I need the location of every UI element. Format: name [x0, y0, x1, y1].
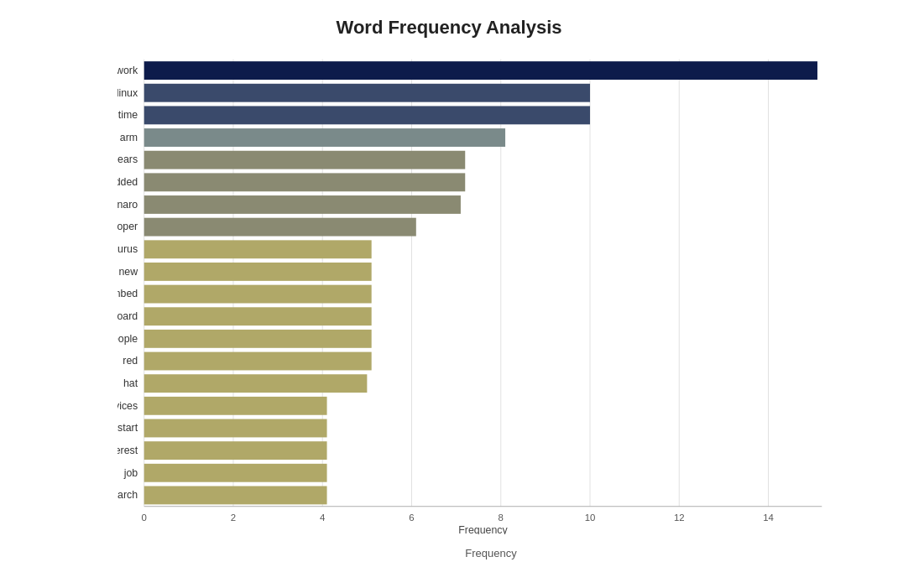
- x-tick-label: 12: [674, 513, 685, 523]
- bar: [144, 195, 461, 214]
- bar-label: start: [117, 422, 138, 434]
- bar: [144, 352, 372, 371]
- bar: [144, 330, 372, 348]
- x-tick-label: 14: [763, 513, 774, 523]
- x-tick-label: 8: [499, 513, 504, 523]
- x-tick-label: 0: [142, 513, 147, 523]
- bar: [144, 106, 590, 124]
- bar-label: job: [123, 467, 138, 479]
- bar: [144, 240, 372, 258]
- bar-label: red: [123, 355, 138, 367]
- bar: [144, 84, 590, 102]
- bar: [144, 419, 327, 438]
- bar: [144, 486, 327, 504]
- bar: [144, 218, 416, 237]
- x-tick-label: 2: [231, 513, 236, 523]
- bar-label: arm: [120, 132, 138, 143]
- bar-label: hat: [123, 377, 138, 389]
- bar-label: years: [117, 154, 138, 165]
- bar-label: developer: [117, 221, 138, 232]
- chart-title: Word Frequency Analysis: [34, 17, 864, 39]
- bar-label: work: [117, 65, 138, 76]
- bar: [144, 151, 466, 169]
- bar-label: linaro: [117, 199, 138, 211]
- bar: [144, 263, 372, 281]
- bar-label: people: [117, 333, 138, 345]
- bar-label: board: [117, 310, 138, 322]
- bar: [144, 285, 372, 304]
- bar: [144, 464, 327, 482]
- bar-label: linux: [117, 87, 138, 99]
- chart-svg: worklinuxtimearmyearsopenembeddedlinarod…: [117, 55, 864, 534]
- bar-label: interest: [117, 445, 138, 456]
- bar-label: devices: [117, 400, 138, 412]
- bar: [144, 128, 505, 147]
- chart-container: Word Frequency Analysis worklinuxtimearm…: [0, 0, 898, 588]
- bar: [144, 173, 466, 191]
- bar-label: openembedded: [117, 176, 138, 188]
- x-axis-title: Frequency: [458, 524, 508, 534]
- x-tick-label: 4: [320, 513, 325, 523]
- bar: [144, 441, 327, 460]
- bar-label: time: [118, 109, 138, 121]
- bar-label: new: [118, 266, 138, 278]
- bar: [144, 61, 817, 80]
- bar-label: openzaurus: [117, 243, 138, 255]
- bar: [144, 374, 368, 393]
- x-tick-label: 6: [409, 513, 414, 523]
- x-axis-title: Frequency: [117, 547, 864, 559]
- bar-label: aarch: [117, 489, 138, 501]
- x-tick-label: 10: [585, 513, 596, 523]
- bar: [144, 397, 327, 415]
- bar-label: embed: [117, 288, 138, 299]
- bar: [144, 307, 372, 325]
